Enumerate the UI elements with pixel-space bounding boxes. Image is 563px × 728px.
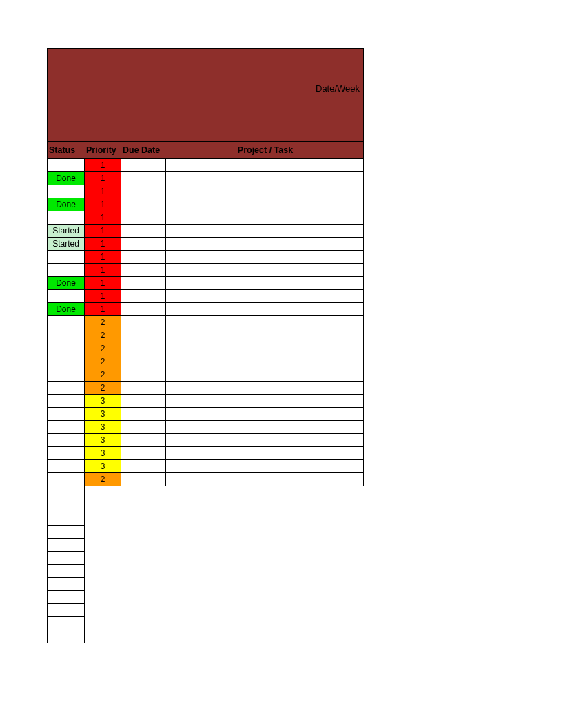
- status-cell[interactable]: Done: [47, 172, 84, 185]
- table-row[interactable]: 2: [47, 355, 364, 368]
- priority-cell[interactable]: 3: [84, 460, 121, 473]
- priority-cell[interactable]: 2: [84, 329, 121, 342]
- due-date-cell[interactable]: [121, 264, 165, 277]
- status-cell[interactable]: [47, 395, 84, 408]
- priority-cell[interactable]: 1: [84, 264, 121, 277]
- due-date-cell[interactable]: [121, 434, 165, 447]
- status-cell[interactable]: [47, 447, 84, 460]
- status-cell[interactable]: [47, 211, 84, 225]
- status-cell[interactable]: Started: [47, 225, 84, 238]
- due-date-cell[interactable]: [121, 355, 165, 368]
- project-task-cell[interactable]: [165, 277, 364, 290]
- status-cell[interactable]: [47, 473, 84, 486]
- priority-cell[interactable]: 1: [84, 185, 121, 198]
- priority-cell[interactable]: 1: [84, 303, 121, 316]
- table-row[interactable]: [47, 630, 85, 643]
- table-row[interactable]: [47, 591, 85, 604]
- priority-cell[interactable]: 1: [84, 251, 121, 264]
- table-row[interactable]: [47, 539, 85, 552]
- priority-cell[interactable]: 2: [84, 342, 121, 355]
- status-cell[interactable]: [47, 486, 85, 499]
- project-task-cell[interactable]: [165, 198, 364, 211]
- project-task-cell[interactable]: [165, 355, 364, 368]
- due-date-cell[interactable]: [121, 316, 165, 329]
- status-cell[interactable]: [47, 539, 85, 552]
- table-row[interactable]: 2: [47, 316, 364, 329]
- due-date-cell[interactable]: [121, 408, 165, 421]
- status-cell[interactable]: [47, 329, 84, 342]
- table-row[interactable]: [47, 486, 85, 499]
- priority-cell[interactable]: 1: [84, 198, 121, 211]
- project-task-cell[interactable]: [165, 473, 364, 486]
- table-row[interactable]: Done1: [47, 198, 364, 211]
- due-date-cell[interactable]: [121, 225, 165, 238]
- status-cell[interactable]: [47, 251, 84, 264]
- status-cell[interactable]: [47, 565, 85, 578]
- table-row[interactable]: [47, 604, 85, 617]
- project-task-cell[interactable]: [165, 290, 364, 303]
- priority-cell[interactable]: 2: [84, 355, 121, 368]
- due-date-cell[interactable]: [121, 447, 165, 460]
- priority-cell[interactable]: 1: [84, 225, 121, 238]
- table-row[interactable]: 3: [47, 395, 364, 408]
- due-date-cell[interactable]: [121, 460, 165, 473]
- due-date-cell[interactable]: [121, 342, 165, 355]
- project-task-cell[interactable]: [165, 342, 364, 355]
- project-task-cell[interactable]: [165, 329, 364, 342]
- status-cell[interactable]: [47, 591, 85, 604]
- project-task-cell[interactable]: [165, 303, 364, 316]
- project-task-cell[interactable]: [165, 185, 364, 198]
- table-row[interactable]: [47, 578, 85, 591]
- status-cell[interactable]: [47, 342, 84, 355]
- status-cell[interactable]: [47, 460, 84, 473]
- project-task-cell[interactable]: [165, 251, 364, 264]
- status-cell[interactable]: [47, 290, 84, 303]
- status-cell[interactable]: [47, 512, 85, 526]
- status-cell[interactable]: [47, 408, 84, 421]
- project-task-cell[interactable]: [165, 264, 364, 277]
- due-date-cell[interactable]: [121, 211, 165, 225]
- due-date-cell[interactable]: [121, 368, 165, 382]
- due-date-cell[interactable]: [121, 421, 165, 434]
- status-cell[interactable]: [47, 617, 85, 630]
- project-task-cell[interactable]: [165, 408, 364, 421]
- priority-cell[interactable]: 3: [84, 434, 121, 447]
- due-date-cell[interactable]: [121, 185, 165, 198]
- table-row[interactable]: [47, 617, 85, 630]
- status-cell[interactable]: [47, 578, 85, 591]
- table-row[interactable]: 2: [47, 329, 364, 342]
- status-cell[interactable]: Done: [47, 198, 84, 211]
- status-cell[interactable]: [47, 526, 85, 539]
- status-cell[interactable]: [47, 434, 84, 447]
- due-date-cell[interactable]: [121, 172, 165, 185]
- status-cell[interactable]: [47, 421, 84, 434]
- project-task-cell[interactable]: [165, 211, 364, 225]
- due-date-cell[interactable]: [121, 382, 165, 395]
- priority-cell[interactable]: 3: [84, 447, 121, 460]
- priority-cell[interactable]: 3: [84, 395, 121, 408]
- status-cell[interactable]: [47, 264, 84, 277]
- table-row[interactable]: 1: [47, 290, 364, 303]
- due-date-cell[interactable]: [121, 277, 165, 290]
- status-cell[interactable]: Started: [47, 238, 84, 251]
- priority-cell[interactable]: 2: [84, 316, 121, 329]
- due-date-cell[interactable]: [121, 329, 165, 342]
- status-cell[interactable]: [47, 316, 84, 329]
- due-date-cell[interactable]: [121, 251, 165, 264]
- table-row[interactable]: 3: [47, 460, 364, 473]
- project-task-cell[interactable]: [165, 159, 364, 172]
- priority-cell[interactable]: 1: [84, 211, 121, 225]
- status-cell[interactable]: [47, 499, 85, 512]
- priority-cell[interactable]: 2: [84, 368, 121, 382]
- priority-cell[interactable]: 1: [84, 159, 121, 172]
- table-row[interactable]: [47, 565, 85, 578]
- table-row[interactable]: 2: [47, 473, 364, 486]
- project-task-cell[interactable]: [165, 238, 364, 251]
- table-row[interactable]: 1: [47, 185, 364, 198]
- project-task-cell[interactable]: [165, 395, 364, 408]
- project-task-cell[interactable]: [165, 460, 364, 473]
- due-date-cell[interactable]: [121, 198, 165, 211]
- table-row[interactable]: Started1: [47, 238, 364, 251]
- due-date-cell[interactable]: [121, 238, 165, 251]
- table-row[interactable]: [47, 552, 85, 565]
